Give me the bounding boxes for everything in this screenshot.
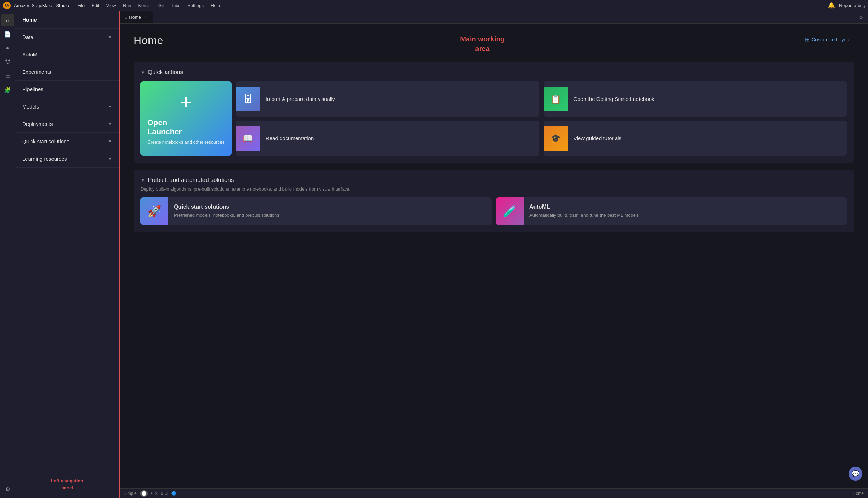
chevron-down-icon: ▼: [108, 156, 112, 161]
automl-title: AutoML: [529, 204, 639, 210]
automl-card[interactable]: 🧪 AutoML Automatically build, train, and…: [496, 197, 847, 225]
sidebar-icon-settings-bottom[interactable]: ⚙: [1, 483, 14, 495]
prebuilt-solutions-header[interactable]: ▼ Prebuilt and automated solutions: [140, 177, 847, 184]
customize-icon: ⊞: [805, 36, 810, 43]
section-chevron-icon: ▼: [140, 178, 145, 183]
customize-layout-button[interactable]: ⊞ Customize Layout: [802, 34, 854, 45]
nav-item-automl[interactable]: AutoML: [15, 46, 119, 63]
guided-tutorials-label: View guided tutorials: [573, 135, 621, 142]
import-data-card[interactable]: 🗄 Import & prepare data visually: [236, 81, 539, 117]
tab-label: Home: [129, 15, 141, 20]
menu-file[interactable]: File: [74, 2, 87, 9]
rocket-icon: 🚀: [140, 197, 168, 225]
prebuilt-solutions-title: Prebuilt and automated solutions: [148, 177, 234, 184]
content-area: ⌂ Home ✕ ⚙ Home Main workingarea ⊞ Custo…: [120, 11, 868, 498]
chevron-down-icon: ▼: [108, 35, 112, 40]
customize-layout-label: Customize Layout: [812, 37, 851, 42]
nav-item-data[interactable]: Data ▼: [15, 29, 119, 46]
sidebar-icon-home[interactable]: ⌂: [1, 14, 14, 26]
launcher-description: Create notebooks and other resources: [147, 139, 225, 145]
quick-actions-title: Quick actions: [148, 69, 183, 76]
nav-item-deployments[interactable]: Deployments ▼: [15, 115, 119, 133]
prebuilt-solutions-description: Deploy built-in algorithms, pre-built so…: [140, 186, 847, 192]
svg-text:SM: SM: [5, 4, 10, 8]
database-icon: 🗄: [236, 87, 260, 111]
left-nav-panel: Home Data ▼ AutoML Experiments Pipelines…: [15, 11, 120, 498]
chat-bubble-button[interactable]: 💬: [849, 467, 862, 481]
page-header: Home Main workingarea ⊞ Customize Layout: [134, 34, 854, 54]
report-bug-link[interactable]: Report a bug: [839, 3, 865, 8]
status-bar: Simple 0 S 0 ⊞ 🔷 Home: [120, 488, 868, 498]
flask-icon: 🧪: [496, 197, 524, 225]
solutions-grid: 🚀 Quick start solutions Pretrained model…: [140, 197, 847, 225]
svg-point-2: [5, 59, 7, 61]
sidebar-icon-puzzle[interactable]: 🧩: [1, 83, 14, 96]
launcher-title: OpenLauncher: [147, 118, 225, 136]
getting-started-card[interactable]: 📋 Open the Getting Started notebook: [544, 81, 847, 117]
guided-tutorials-card[interactable]: 🎓 View guided tutorials: [544, 121, 847, 156]
menu-settings[interactable]: Settings: [185, 2, 207, 9]
tutorials-icon: 🎓: [544, 126, 568, 151]
home-tab-icon: ⌂: [124, 15, 127, 20]
simple-toggle[interactable]: [140, 490, 148, 497]
quick-start-solutions-title: Quick start solutions: [174, 204, 279, 210]
main-area-annotation: Main workingarea: [460, 34, 505, 54]
menu-git[interactable]: Git: [155, 2, 167, 9]
status-icon3: 🔷: [171, 491, 177, 496]
page-title: Home: [134, 34, 163, 47]
sidebar-icon-circle[interactable]: ●: [1, 42, 14, 54]
status-count1: 0 S: [151, 491, 158, 496]
getting-started-label: Open the Getting Started notebook: [573, 96, 654, 103]
icon-sidebar: ⌂ 📄 ● ☰ 🧩 ⚙: [0, 11, 15, 498]
quick-start-solutions-description: Pretrained models, notebooks, and prebui…: [174, 212, 279, 218]
menu-run[interactable]: Run: [120, 2, 134, 9]
nav-item-quick-start[interactable]: Quick start solutions ▼: [15, 133, 119, 150]
menu-kernel[interactable]: Kernel: [135, 2, 154, 9]
menu-edit[interactable]: Edit: [89, 2, 102, 9]
tab-close-button[interactable]: ✕: [143, 14, 148, 20]
prebuilt-solutions-section: ▼ Prebuilt and automated solutions Deplo…: [134, 170, 854, 232]
sidebar-icon-list[interactable]: ☰: [1, 70, 14, 82]
quick-actions-section: ▼ Quick actions + OpenLauncher Create no…: [134, 62, 854, 163]
settings-icon[interactable]: ⚙: [854, 11, 868, 24]
import-data-label: Import & prepare data visually: [266, 96, 335, 103]
nav-item-models[interactable]: Models ▼: [15, 98, 119, 115]
section-chevron-icon: ▼: [140, 70, 145, 75]
app-logo: SM: [3, 1, 11, 10]
read-docs-card[interactable]: 📖 Read documentation: [236, 121, 539, 156]
toggle-dot: [142, 491, 146, 496]
nav-item-home[interactable]: Home: [15, 11, 119, 29]
menu-view[interactable]: View: [104, 2, 119, 9]
docs-icon: 📖: [236, 126, 260, 151]
quick-actions-header[interactable]: ▼ Quick actions: [140, 69, 847, 76]
quick-actions-grid: + OpenLauncher Create notebooks and othe…: [140, 81, 847, 156]
automl-description: Automatically build, train, and tune the…: [529, 212, 639, 218]
tab-home[interactable]: ⌂ Home ✕: [120, 11, 153, 23]
sidebar-icon-files[interactable]: 📄: [1, 28, 14, 40]
sidebar-icon-git[interactable]: [1, 56, 14, 68]
notebook-icon: 📋: [544, 87, 568, 111]
status-simple-label: Simple: [124, 491, 137, 496]
status-icon2: ⊞: [164, 491, 168, 496]
chevron-down-icon: ▼: [108, 122, 112, 127]
status-count2: 0 ⊞: [161, 491, 168, 496]
menu-help[interactable]: Help: [208, 2, 223, 9]
status-right-label: Home: [853, 491, 864, 496]
tab-bar: ⌂ Home ✕ ⚙: [120, 11, 868, 24]
quick-start-solutions-card[interactable]: 🚀 Quick start solutions Pretrained model…: [140, 197, 492, 225]
status-icon1: S: [155, 491, 157, 496]
main-content: Home Main workingarea ⊞ Customize Layout…: [120, 24, 868, 488]
plus-icon: +: [180, 92, 192, 113]
chevron-down-icon: ▼: [108, 104, 112, 109]
left-nav-annotation: Left navigationpanel: [15, 471, 119, 498]
chevron-down-icon: ▼: [108, 139, 112, 144]
app-name: Amazon SageMaker Studio: [14, 3, 69, 8]
nav-item-experiments[interactable]: Experiments: [15, 63, 119, 81]
nav-item-pipelines[interactable]: Pipelines: [15, 81, 119, 98]
menu-tabs[interactable]: Tabs: [168, 2, 183, 9]
nav-item-learning[interactable]: Learning resources ▼: [15, 150, 119, 168]
open-launcher-card[interactable]: + OpenLauncher Create notebooks and othe…: [140, 81, 232, 156]
svg-point-3: [8, 59, 10, 61]
notification-icon[interactable]: 🔔: [828, 2, 835, 9]
menubar: SM Amazon SageMaker Studio File Edit Vie…: [0, 0, 868, 11]
